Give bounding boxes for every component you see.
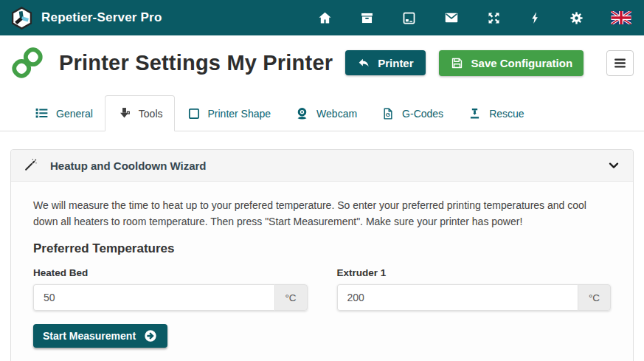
navbar-icons: [317, 10, 634, 26]
floppy-disk-icon: [450, 56, 464, 70]
tab-webcam[interactable]: Webcam: [283, 95, 369, 131]
reply-arrow-icon: [357, 56, 370, 69]
page-title: Printer Settings My Printer: [59, 49, 333, 77]
extruder-icon: [117, 106, 132, 121]
printer-button[interactable]: Printer: [345, 50, 425, 75]
panel-body: We will measure the time to heat up to y…: [11, 182, 633, 361]
svg-text:G: G: [386, 111, 390, 118]
top-navbar: Repetier-Server Pro: [0, 0, 644, 35]
expand-arrows-icon[interactable]: [486, 10, 502, 26]
page-header: Printer Settings My Printer Printer Save…: [0, 35, 644, 86]
heated-bed-input[interactable]: [33, 284, 274, 311]
uk-flag-icon[interactable]: [611, 11, 631, 24]
magic-wand-icon: [23, 158, 38, 173]
temperature-fields: Heated Bed °C Extruder 1 °C: [33, 267, 611, 311]
archive-box-icon[interactable]: [359, 10, 375, 26]
save-configuration-button[interactable]: Save Configuration: [439, 50, 584, 76]
extruder-1-input[interactable]: [337, 284, 578, 311]
list-icon: [34, 106, 49, 121]
heated-bed-label: Heated Bed: [33, 267, 308, 278]
tab-gcodes[interactable]: G G-Codes: [369, 95, 455, 131]
brand-title: Repetier-Server Pro: [41, 10, 162, 25]
extruder-1-unit: °C: [578, 284, 611, 311]
home-icon[interactable]: [317, 10, 333, 26]
square-outline-icon: [187, 106, 201, 121]
extruder-1-label: Extruder 1: [337, 267, 612, 278]
hamburger-icon: [612, 55, 628, 71]
print-bed-icon[interactable]: [401, 10, 417, 26]
hamburger-menu-button[interactable]: [606, 50, 634, 76]
heated-bed-unit: °C: [274, 284, 308, 311]
wizard-description: We will measure the time to heat up to y…: [33, 198, 611, 230]
heatup-wizard-panel: Heatup and Cooldown Wizard We will measu…: [10, 149, 634, 361]
nozzle-icon: [467, 106, 482, 121]
settings-tab-bar: General Tools Printer Shape Webca: [0, 95, 644, 131]
chevron-down-icon[interactable]: [606, 158, 621, 173]
start-measurement-button[interactable]: Start Measurement: [33, 324, 167, 348]
panel-title: Heatup and Cooldown Wizard: [50, 159, 207, 172]
panel-heading[interactable]: Heatup and Cooldown Wizard: [11, 150, 633, 182]
gcode-file-icon: G: [381, 106, 395, 121]
chain-link-icon: [10, 46, 44, 80]
lightning-bolt-icon[interactable]: [528, 10, 542, 26]
repetier-logo-icon: [10, 7, 33, 30]
section-title: Preferred Temperatures: [33, 241, 611, 256]
tab-tools[interactable]: Tools: [105, 95, 175, 131]
arrow-right-circle-icon: [143, 329, 158, 343]
heated-bed-field: Heated Bed °C: [33, 267, 308, 311]
tab-rescue[interactable]: Rescue: [455, 95, 536, 131]
extruder-1-field: Extruder 1 °C: [337, 267, 612, 311]
envelope-icon[interactable]: [443, 10, 460, 26]
gear-icon[interactable]: [569, 10, 584, 26]
tab-printer-shape[interactable]: Printer Shape: [175, 95, 283, 131]
webcam-icon: [294, 106, 310, 121]
tab-general[interactable]: General: [22, 95, 105, 131]
brand[interactable]: Repetier-Server Pro: [10, 7, 162, 30]
